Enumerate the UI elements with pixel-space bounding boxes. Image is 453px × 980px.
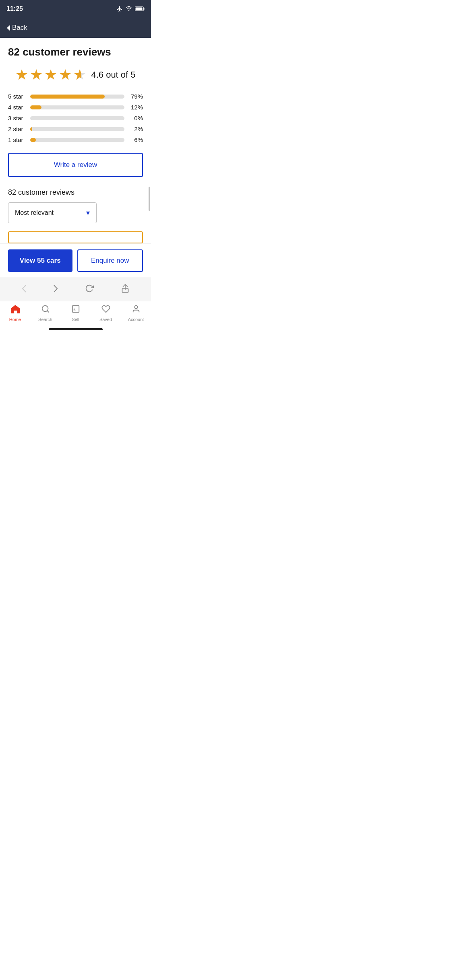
rating-summary: ★ ★ ★ ★ ★ ★ 4.6 out of 5	[8, 66, 143, 83]
search-icon	[41, 305, 50, 316]
chevron-down-icon: ▾	[86, 208, 90, 217]
tab-search[interactable]: Search	[30, 305, 60, 325]
tab-saved-label: Saved	[99, 317, 112, 322]
nav-bar: Back	[0, 18, 151, 38]
enquire-button[interactable]: Enquire now	[77, 249, 143, 272]
tab-sell[interactable]: £ Sell	[60, 305, 91, 325]
browser-toolbar	[0, 278, 151, 301]
back-chevron-icon	[6, 25, 10, 31]
saved-icon	[101, 305, 110, 316]
forward-nav-button[interactable]	[50, 283, 62, 296]
back-nav-button[interactable]	[18, 283, 30, 296]
bar-pct-4: 12%	[128, 104, 143, 111]
bar-row-4star: 4 star 12%	[8, 104, 143, 111]
airplane-icon	[116, 6, 123, 12]
sort-dropdown[interactable]: Most relevant ▾	[8, 202, 97, 223]
bar-pct-2: 2%	[128, 126, 143, 132]
home-indicator-bar	[49, 328, 103, 330]
bar-label-2: 2 star	[8, 126, 26, 132]
bar-row-1star: 1 star 6%	[8, 136, 143, 143]
star-3: ★	[44, 66, 57, 83]
star-4: ★	[59, 66, 72, 83]
bar-track-4	[30, 105, 124, 109]
rating-value: 4.6 out of 5	[91, 70, 135, 80]
view-cars-button[interactable]: View 55 cars	[8, 249, 72, 272]
partial-review-card	[8, 231, 143, 243]
bar-row-3star: 3 star 0%	[8, 115, 143, 121]
svg-point-7	[134, 306, 137, 309]
tab-home-label: Home	[9, 317, 21, 322]
bar-label-1: 1 star	[8, 136, 26, 143]
stars-display: ★ ★ ★ ★ ★ ★	[15, 66, 86, 83]
reload-button[interactable]	[81, 282, 98, 296]
status-icons	[116, 6, 145, 12]
bar-pct-5: 79%	[128, 93, 143, 100]
bar-track-5	[30, 95, 124, 99]
bar-label-3: 3 star	[8, 115, 26, 121]
bar-fill-5	[30, 95, 105, 99]
star-5-half: ★ ★	[73, 66, 86, 83]
tab-account-label: Account	[128, 317, 144, 322]
back-button[interactable]: Back	[6, 24, 27, 32]
svg-rect-1	[144, 8, 145, 10]
bar-pct-3: 0%	[128, 115, 143, 121]
sort-label: Most relevant	[15, 209, 54, 216]
tab-saved[interactable]: Saved	[91, 305, 121, 325]
write-review-button[interactable]: Write a review	[8, 153, 143, 177]
bar-track-1	[30, 138, 124, 142]
page-title: 82 customer reviews	[8, 46, 143, 58]
tab-home[interactable]: Home	[0, 305, 30, 325]
action-buttons: View 55 cars Enquire now	[0, 243, 151, 278]
scrollbar[interactable]	[149, 187, 150, 211]
tab-account[interactable]: Account	[121, 305, 151, 325]
tab-search-label: Search	[38, 317, 52, 322]
status-time: 11:25	[6, 5, 23, 12]
svg-point-4	[42, 306, 48, 312]
wifi-icon	[125, 6, 132, 12]
account-icon	[132, 305, 141, 316]
sell-icon: £	[71, 305, 80, 316]
home-indicator	[0, 325, 151, 333]
main-content: 82 customer reviews ★ ★ ★ ★ ★ ★ 4.6 out …	[0, 38, 151, 188]
bar-label-4: 4 star	[8, 104, 26, 111]
bar-fill-1	[30, 138, 36, 142]
tab-sell-label: Sell	[72, 317, 79, 322]
share-button[interactable]	[117, 282, 133, 297]
tab-bar: Home Search £ Sell Saved Account	[0, 301, 151, 325]
home-icon	[10, 305, 20, 316]
bar-row-2star: 2 star 2%	[8, 126, 143, 132]
rating-bars: 5 star 79% 4 star 12% 3 star 0% 2 star	[8, 93, 143, 143]
svg-text:£: £	[73, 308, 75, 312]
bar-track-2	[30, 127, 124, 131]
bar-fill-4	[30, 105, 41, 109]
battery-icon	[135, 6, 145, 12]
bar-label-5: 5 star	[8, 93, 26, 100]
star-1: ★	[15, 66, 28, 83]
bar-row-5star: 5 star 79%	[8, 93, 143, 100]
reviews-section: 82 customer reviews Most relevant ▾	[0, 188, 151, 243]
reviews-section-title: 82 customer reviews	[8, 188, 143, 197]
status-bar: 11:25	[0, 0, 151, 18]
back-label: Back	[12, 24, 27, 32]
bar-pct-1: 6%	[128, 136, 143, 143]
bar-fill-2	[30, 127, 32, 131]
star-2: ★	[30, 66, 43, 83]
bar-track-3	[30, 116, 124, 120]
svg-rect-2	[136, 8, 143, 10]
